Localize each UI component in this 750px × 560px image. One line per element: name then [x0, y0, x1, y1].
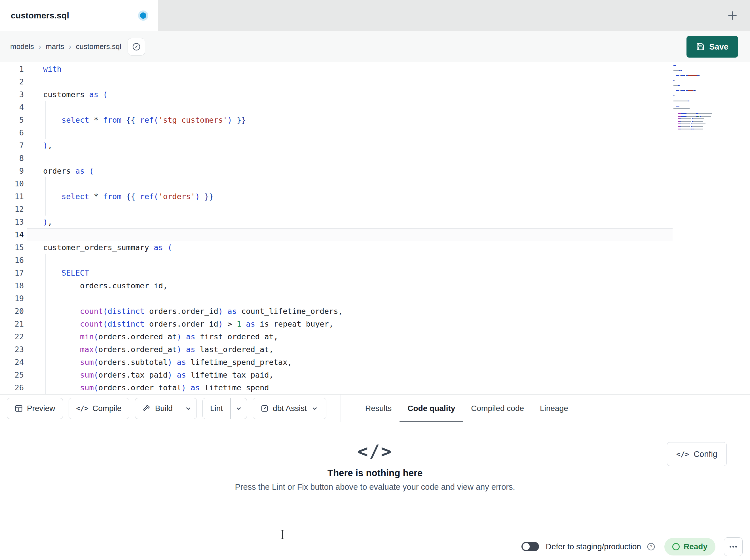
dbt-assist-button[interactable]: dbt Assist [253, 398, 327, 419]
breadcrumb-marts[interactable]: marts [46, 42, 64, 51]
line-number: 12 [0, 203, 27, 215]
build-dropdown-button[interactable] [180, 398, 197, 419]
line-number: 14 [0, 228, 27, 241]
lint-button-label: Lint [210, 404, 223, 413]
save-icon [696, 42, 705, 51]
build-button[interactable]: Build [135, 398, 180, 419]
code-line[interactable]: 3customers as ( [0, 88, 673, 101]
code-line[interactable]: 9orders as ( [0, 165, 673, 177]
lint-button[interactable]: Lint [202, 398, 231, 419]
lint-dropdown-button[interactable] [231, 398, 247, 419]
line-number: 8 [0, 152, 27, 165]
line-number: 21 [0, 317, 27, 330]
code-line-text: select * from {{ ref('stg_customers') }} [27, 113, 673, 126]
code-line-text: orders as ( [27, 165, 673, 177]
code-editor[interactable]: 1with23customers as (45 select * from {{… [0, 62, 750, 394]
code-icon: </> [358, 443, 393, 460]
line-number: 18 [0, 279, 27, 292]
minimap[interactable] [673, 65, 717, 131]
code-line[interactable]: 4 [0, 101, 673, 113]
code-line[interactable]: 18 orders.customer_id, [0, 279, 673, 292]
ide-status-label: Ready [684, 542, 708, 551]
line-number: 23 [0, 343, 27, 356]
line-number: 13 [0, 215, 27, 228]
code-line[interactable]: 11 select * from {{ ref('orders') }} [0, 190, 673, 203]
code-line-text: min(orders.ordered_at) as first_ordered_… [27, 330, 673, 343]
compile-button-label: Compile [93, 404, 122, 413]
config-button[interactable]: </> Config [667, 442, 727, 466]
code-line[interactable]: 22 min(orders.ordered_at) as first_order… [0, 330, 673, 343]
line-number: 15 [0, 241, 27, 254]
code-line[interactable]: 5 select * from {{ ref('stg_customers') … [0, 113, 673, 126]
code-quality-panel: </> There is nothing here Press the Lint… [0, 422, 750, 533]
code-line[interactable]: 12 [0, 203, 673, 215]
config-button-label: Config [694, 450, 717, 459]
plus-icon [726, 9, 739, 22]
compile-button[interactable]: </> Compile [68, 398, 129, 419]
code-line[interactable]: 8 [0, 152, 673, 165]
tab-compiled-code[interactable]: Compiled code [463, 395, 532, 422]
code-line[interactable]: 2 [0, 75, 673, 88]
empty-state-subtitle: Press the Lint or Fix button above to ev… [235, 482, 515, 492]
code-line[interactable]: 1with [0, 63, 673, 75]
code-line-text [27, 292, 673, 305]
code-line[interactable]: 24 sum(orders.subtotal) as lifetime_spen… [0, 356, 673, 369]
tab-code-quality[interactable]: Code quality [399, 395, 463, 422]
breadcrumb-bar: models › marts › customers.sql Save [0, 31, 750, 62]
code-line-text: SELECT [27, 267, 673, 279]
build-button-group: Build [135, 398, 197, 419]
code-line[interactable]: 14 [0, 228, 673, 241]
code-line-text: with [27, 63, 673, 75]
line-number: 6 [0, 126, 27, 139]
breadcrumb-current-file[interactable]: customers.sql [76, 42, 121, 51]
code-line[interactable]: 21 count(distinct orders.order_id) > 1 a… [0, 317, 673, 330]
empty-state-title: There is nothing here [328, 468, 423, 478]
line-number: 3 [0, 88, 27, 101]
code-line[interactable]: 19 [0, 292, 673, 305]
code-line[interactable]: 25 sum(orders.tax_paid) as lifetime_tax_… [0, 369, 673, 381]
line-number: 7 [0, 139, 27, 152]
code-line-text: count(distinct orders.order_id) as count… [27, 305, 673, 317]
defer-toggle[interactable] [521, 542, 539, 551]
code-line[interactable]: 17 SELECT [0, 267, 673, 279]
file-state-button[interactable] [127, 38, 145, 56]
tab-lineage[interactable]: Lineage [532, 395, 576, 422]
assist-edit-icon [260, 404, 269, 413]
code-line[interactable]: 10 [0, 177, 673, 190]
hammer-icon [143, 404, 151, 413]
line-number: 22 [0, 330, 27, 343]
overflow-menu-button[interactable] [724, 537, 743, 556]
breadcrumb-models[interactable]: models [10, 42, 34, 51]
code-line[interactable]: 23 max(orders.ordered_at) as last_ordere… [0, 343, 673, 356]
tab-customers-sql[interactable]: customers.sql [0, 0, 158, 31]
save-button[interactable]: Save [687, 36, 738, 58]
line-number: 24 [0, 356, 27, 369]
lint-button-group: Lint [202, 398, 247, 419]
new-tab-button[interactable] [723, 6, 742, 25]
code-line[interactable]: 6 [0, 126, 673, 139]
tab-results[interactable]: Results [357, 395, 399, 422]
code-line[interactable]: 13), [0, 215, 673, 228]
line-number: 17 [0, 267, 27, 279]
line-number: 4 [0, 101, 27, 113]
compass-icon [132, 42, 141, 51]
defer-toggle-label: Defer to staging/production [546, 542, 641, 551]
code-line-text [27, 203, 673, 215]
status-bar: Defer to staging/production ? Ready [0, 533, 750, 560]
code-line-text [27, 75, 673, 88]
preview-button[interactable]: Preview [7, 398, 63, 419]
code-line[interactable]: 16 [0, 254, 673, 267]
code-line[interactable]: 15customer_orders_summary as ( [0, 241, 673, 254]
table-icon [15, 404, 23, 413]
results-tab-bar: Results Code quality Compiled code Linea… [340, 395, 576, 422]
help-button[interactable]: ? [646, 542, 656, 552]
chevron-down-icon [311, 405, 319, 412]
code-line[interactable]: 20 count(distinct orders.order_id) as co… [0, 305, 673, 317]
code-line-text: customer_orders_summary as ( [27, 241, 673, 254]
code-line[interactable]: 7), [0, 139, 673, 152]
code-line[interactable]: 26 sum(orders.order_total) as lifetime_s… [0, 381, 673, 394]
code-line-text: select * from {{ ref('orders') }} [27, 190, 673, 203]
save-button-label: Save [709, 42, 728, 51]
code-line-text: sum(orders.order_total) as lifetime_spen… [27, 381, 673, 394]
ide-status-badge[interactable]: Ready [664, 538, 715, 556]
